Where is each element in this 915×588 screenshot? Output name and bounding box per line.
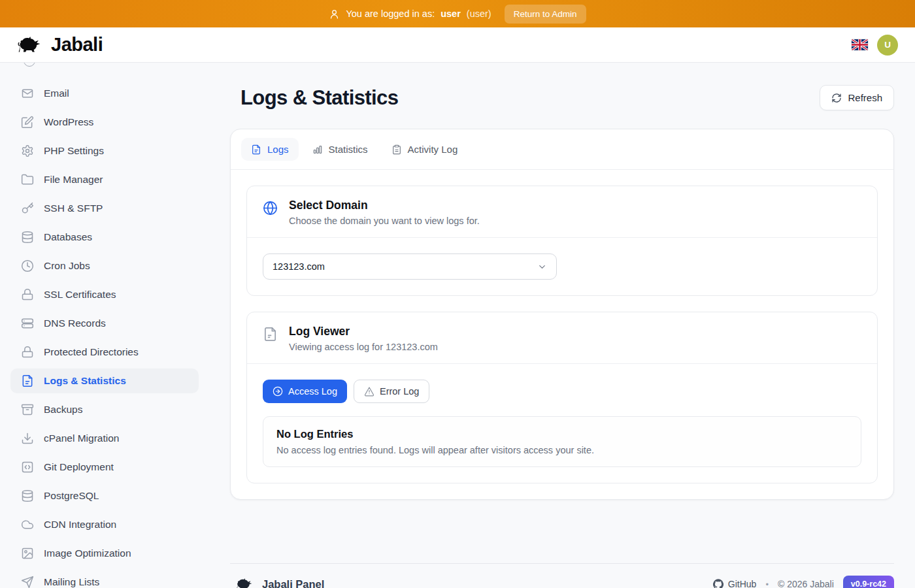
- sidebar-item-cdn-integration[interactable]: CDN Integration: [10, 512, 199, 537]
- sidebar-item-protected-directories[interactable]: Protected Directories: [10, 340, 199, 365]
- sidebar-item-mailing-lists[interactable]: Mailing Lists: [10, 570, 199, 588]
- database-icon: [21, 231, 34, 244]
- sidebar-item-label: Backups: [44, 404, 82, 416]
- clipboard-icon: [391, 144, 402, 155]
- cloud-icon: [21, 518, 34, 531]
- sidebar-item-wordpress[interactable]: WordPress: [10, 110, 199, 135]
- key-icon: [21, 202, 34, 215]
- sidebar-item-ssh-sftp[interactable]: SSH & SFTP: [10, 196, 199, 221]
- sidebar-item-label: SSH & SFTP: [44, 203, 103, 214]
- sidebar-item-label: SSL Certificates: [44, 289, 116, 301]
- sidebar-item-label: Protected Directories: [44, 346, 139, 358]
- login-role: (user): [467, 8, 491, 19]
- error-log-button[interactable]: Error Log: [354, 380, 429, 403]
- sidebar-item-label: PostgreSQL: [44, 490, 99, 502]
- login-username: user: [441, 8, 461, 19]
- page-title: Logs & Statistics: [241, 86, 398, 110]
- login-message: You are logged in as: user (user): [329, 8, 491, 20]
- edit-icon: [21, 116, 34, 129]
- sidebar-item-label: Logs & Statistics: [44, 375, 126, 387]
- empty-state-title: No Log Entries: [276, 428, 848, 440]
- sidebar-item-postgresql[interactable]: PostgreSQL: [10, 483, 199, 508]
- file-text-icon: [263, 327, 278, 342]
- footer-brand-name: Jabali Panel: [262, 578, 324, 588]
- sidebar-item-ssl-certificates[interactable]: SSL Certificates: [10, 282, 199, 307]
- archive-icon: [21, 403, 34, 416]
- lock-icon: [21, 346, 34, 359]
- impersonation-bar: You are logged in as: user (user) Return…: [0, 0, 915, 27]
- sidebar-item-cpanel-migration[interactable]: cPanel Migration: [10, 426, 199, 451]
- sidebar-item-label: File Manager: [44, 174, 103, 186]
- return-to-admin-button[interactable]: Return to Admin: [505, 5, 586, 24]
- send-icon: [21, 576, 34, 588]
- sidebar-item-label: Email: [44, 88, 69, 99]
- empty-state-message: No access log entries found. Logs will a…: [276, 445, 848, 455]
- tab-logs[interactable]: Logs: [241, 138, 299, 161]
- sidebar-item-file-manager[interactable]: File Manager: [10, 167, 199, 192]
- sidebar-item-label: DNS Records: [44, 318, 106, 329]
- sidebar-item-label: Mailing Lists: [44, 576, 99, 588]
- tab-activity-log[interactable]: Activity Log: [382, 138, 468, 161]
- select-domain-description: Choose the domain you want to view logs …: [289, 216, 480, 226]
- github-link[interactable]: GitHub: [713, 579, 757, 588]
- sidebar-item-label: PHP Settings: [44, 145, 104, 157]
- sidebar-item-databases[interactable]: Databases: [10, 225, 199, 250]
- sidebar-item-dns-records[interactable]: DNS Records: [10, 311, 199, 336]
- no-log-entries-box: No Log Entries No access log entries fou…: [263, 416, 861, 467]
- access-log-button[interactable]: Access Log: [263, 380, 347, 403]
- mail-icon: [21, 87, 34, 100]
- domain-select[interactable]: 123123.com: [263, 253, 557, 280]
- sidebar-item-image-optimization[interactable]: Image Optimization: [10, 541, 199, 566]
- sidebar-item-label: Git Deployment: [44, 461, 114, 473]
- log-viewer-card: Log Viewer Viewing access log for 123123…: [246, 312, 878, 483]
- boar-logo-icon: [17, 35, 44, 55]
- language-flag-icon[interactable]: [852, 39, 868, 50]
- sidebar-item-logs-statistics[interactable]: Logs & Statistics: [10, 368, 199, 393]
- sidebar-item-label: WordPress: [44, 116, 93, 128]
- access-log-label: Access Log: [288, 386, 337, 397]
- logs-panel: Logs Statistics Activity Log: [230, 129, 894, 500]
- sidebar-item-backups[interactable]: Backups: [10, 397, 199, 422]
- arrow-right-circle-icon: [273, 386, 283, 397]
- boar-logo-icon: [235, 578, 255, 588]
- download-icon: [21, 432, 34, 445]
- github-icon: [713, 579, 724, 588]
- sidebar-item-php-settings[interactable]: PHP Settings: [10, 139, 199, 163]
- sidebar-item-label: Databases: [44, 231, 92, 243]
- file-text-icon: [251, 144, 261, 155]
- folder-icon: [21, 173, 34, 186]
- tab-label: Logs: [267, 144, 289, 155]
- code-square-icon: [21, 461, 34, 474]
- alert-triangle-icon: [364, 386, 374, 397]
- sidebar-item-label: Cron Jobs: [44, 260, 90, 272]
- refresh-label: Refresh: [848, 92, 882, 103]
- select-domain-title: Select Domain: [289, 199, 480, 212]
- main-content: Logs & Statistics Refresh Logs Statistic…: [209, 63, 915, 588]
- lock-icon: [21, 288, 34, 301]
- github-label: GitHub: [728, 579, 757, 588]
- error-log-label: Error Log: [380, 386, 419, 397]
- footer-brand: Jabali Panel: [235, 578, 324, 588]
- tab-label: Statistics: [329, 144, 368, 155]
- version-badge: v0.9-rc42: [843, 576, 894, 588]
- chevron-down-icon: [537, 262, 547, 272]
- gear-icon: [21, 144, 34, 157]
- sidebar-item-email[interactable]: Email: [10, 81, 199, 106]
- refresh-icon: [831, 93, 842, 103]
- domain-select-value: 123123.com: [273, 261, 325, 272]
- sidebar: Email WordPress PHP Settings File Manage…: [0, 63, 209, 588]
- header: Jabali U: [0, 27, 915, 63]
- log-viewer-description: Viewing access log for 123123.com: [289, 342, 438, 352]
- globe-icon: [263, 201, 278, 216]
- refresh-button[interactable]: Refresh: [820, 85, 894, 110]
- tab-statistics[interactable]: Statistics: [303, 138, 378, 161]
- brand-logo[interactable]: Jabali: [17, 34, 103, 56]
- user-avatar[interactable]: U: [877, 35, 898, 56]
- login-message-prefix: You are logged in as:: [346, 8, 435, 19]
- sidebar-item-label: cPanel Migration: [44, 433, 119, 444]
- sidebar-item-git-deployment[interactable]: Git Deployment: [10, 455, 199, 480]
- file-text-icon: [21, 374, 34, 387]
- log-viewer-title: Log Viewer: [289, 325, 438, 338]
- database-icon: [21, 489, 34, 502]
- sidebar-item-cron-jobs[interactable]: Cron Jobs: [10, 253, 199, 278]
